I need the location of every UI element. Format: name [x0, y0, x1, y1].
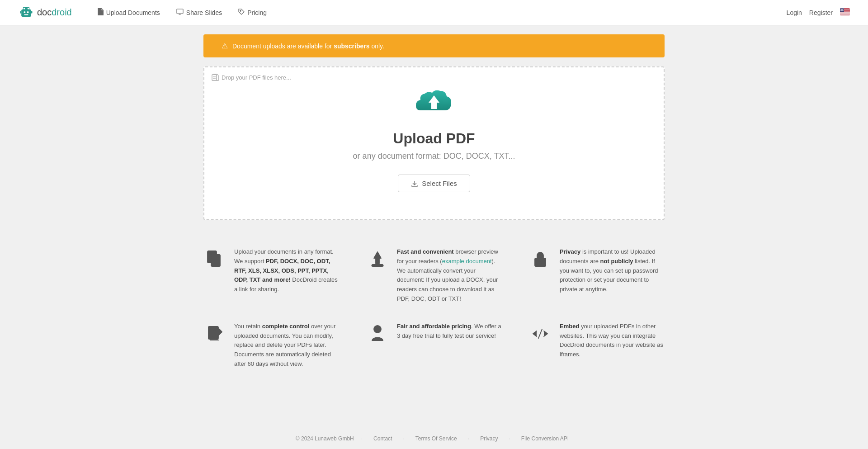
- feature-embed: Embed your uploaded PDFs in other websit…: [529, 322, 665, 369]
- flag-us-icon: [840, 8, 850, 15]
- features-section: Upload your documents in any format. We …: [203, 238, 665, 396]
- footer-content: © 2024 Lunaweb GmbH · Contact · Terms Of…: [18, 435, 850, 442]
- svg-point-34: [842, 10, 842, 10]
- language-flag[interactable]: [840, 8, 850, 17]
- footer-contact-link[interactable]: Contact: [373, 435, 392, 442]
- svg-point-14: [240, 10, 241, 11]
- feature-fast: Fast and convenient browser preview for …: [366, 247, 502, 304]
- nav-pricing[interactable]: Pricing: [231, 5, 274, 20]
- cloud-upload-icon: [411, 85, 457, 123]
- svg-point-26: [842, 9, 843, 9]
- pricing-icon: [238, 9, 245, 16]
- feature-control: You retain complete control over your up…: [203, 322, 339, 369]
- feature-pricing: Fair and affordable pricing. We offer a …: [366, 322, 502, 369]
- svg-rect-5: [27, 11, 29, 13]
- feature-formats-icon: [203, 247, 226, 269]
- footer-terms-link[interactable]: Terms Of Service: [415, 435, 457, 442]
- logo-icon: [18, 5, 34, 21]
- drop-hint: Drop your PDF files here...: [212, 74, 291, 81]
- nav-upload-documents-label: Upload Documents: [106, 9, 160, 16]
- svg-point-28: [841, 9, 841, 9]
- svg-point-40: [843, 10, 843, 11]
- select-files-icon: [411, 180, 418, 187]
- upload-subtitle: or any document format: DOC, DOCX, TXT..…: [213, 151, 655, 161]
- slides-icon: [176, 9, 184, 16]
- svg-rect-11: [177, 9, 183, 14]
- svg-point-36: [843, 10, 844, 10]
- copyright: © 2024 Lunaweb GmbH: [296, 435, 354, 442]
- svg-point-39: [842, 10, 843, 11]
- subscribers-link[interactable]: subscribers: [334, 43, 369, 50]
- svg-point-35: [842, 10, 843, 10]
- alert-banner: ⚠ Document uploads are available for sub…: [203, 34, 665, 57]
- svg-point-25: [842, 9, 842, 9]
- feature-control-text: You retain complete control over your up…: [234, 322, 339, 369]
- svg-rect-6: [24, 14, 28, 15]
- select-files-label: Select Files: [422, 180, 457, 187]
- feature-control-icon: [203, 322, 226, 344]
- svg-point-31: [843, 9, 843, 9]
- footer-privacy-link[interactable]: Privacy: [480, 435, 498, 442]
- svg-point-38: [841, 10, 842, 11]
- alert-text: Document uploads are available for subsc…: [232, 43, 384, 50]
- feature-fast-icon: [366, 247, 389, 269]
- feature-privacy-icon: [529, 247, 552, 269]
- feature-embed-icon: [529, 322, 552, 344]
- feature-privacy-text: Privacy is important to us! Uploaded doc…: [560, 247, 665, 294]
- main-content: ⚠ Document uploads are available for sub…: [0, 34, 868, 396]
- svg-rect-41: [212, 75, 217, 80]
- logo-text: docdroid: [37, 7, 72, 18]
- feature-pricing-icon: [366, 322, 389, 344]
- svg-point-3: [28, 8, 29, 9]
- svg-point-2: [24, 8, 25, 9]
- warning-icon: ⚠: [222, 42, 228, 50]
- upload-dropzone[interactable]: Drop your PDF files here...: [203, 66, 665, 220]
- svg-point-32: [840, 10, 841, 10]
- document-icon: [97, 8, 104, 17]
- header: docdroid Upload Documents Share Slides P…: [0, 0, 868, 25]
- svg-point-37: [841, 10, 841, 11]
- svg-rect-20: [840, 13, 850, 14]
- svg-rect-47: [211, 255, 220, 266]
- drop-hint-icon: [212, 74, 219, 81]
- nav-pricing-label: Pricing: [247, 9, 267, 16]
- svg-point-33: [841, 10, 841, 10]
- header-right: Login Register: [787, 8, 850, 17]
- main-nav: Upload Documents Share Slides Pricing: [90, 5, 787, 20]
- svg-point-62: [374, 326, 381, 333]
- select-files-button[interactable]: Select Files: [398, 175, 470, 192]
- svg-rect-55: [371, 265, 384, 266]
- example-document-link[interactable]: example document: [442, 258, 492, 265]
- svg-rect-21: [840, 14, 850, 15]
- nav-share-slides-label: Share Slides: [186, 9, 222, 16]
- svg-rect-7: [20, 11, 22, 13]
- feature-pricing-text: Fair and affordable pricing. We offer a …: [397, 322, 502, 341]
- drop-hint-text: Drop your PDF files here...: [222, 74, 291, 81]
- svg-point-27: [843, 9, 844, 9]
- footer-file-conversion-link[interactable]: File Conversion API: [521, 435, 569, 442]
- feature-privacy: Privacy is important to us! Uploaded doc…: [529, 247, 665, 304]
- feature-embed-text: Embed your uploaded PDFs in other websit…: [560, 322, 665, 359]
- feature-formats-text: Upload your documents in any format. We …: [234, 247, 339, 294]
- logo[interactable]: docdroid: [18, 5, 72, 21]
- svg-point-29: [841, 9, 842, 9]
- login-link[interactable]: Login: [787, 9, 802, 16]
- svg-point-23: [840, 9, 841, 9]
- svg-point-57: [539, 261, 542, 264]
- register-link[interactable]: Register: [809, 9, 833, 16]
- nav-upload-documents[interactable]: Upload Documents: [90, 5, 167, 20]
- footer: © 2024 Lunaweb GmbH · Contact · Terms Of…: [0, 428, 868, 449]
- svg-line-63: [538, 329, 542, 338]
- svg-point-24: [841, 9, 841, 9]
- feature-formats: Upload your documents in any format. We …: [203, 247, 339, 304]
- feature-fast-text: Fast and convenient browser preview for …: [397, 247, 502, 304]
- nav-share-slides[interactable]: Share Slides: [169, 5, 229, 20]
- svg-point-30: [842, 9, 843, 9]
- svg-rect-4: [24, 11, 26, 13]
- svg-rect-8: [31, 11, 33, 13]
- upload-title: Upload PDF: [213, 130, 655, 147]
- svg-rect-19: [840, 12, 850, 13]
